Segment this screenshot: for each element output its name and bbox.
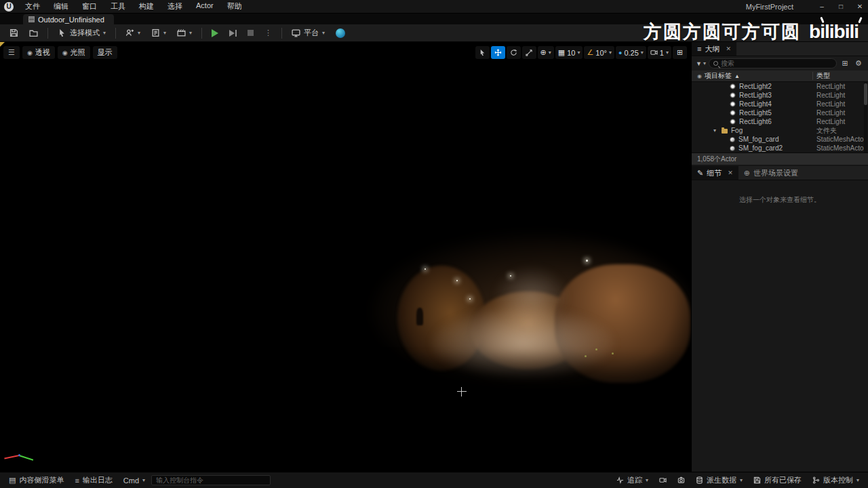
menu-item-2[interactable]: 窗口 [76,0,103,13]
menu-item-1[interactable]: 编辑 [47,0,75,13]
cmd-dropdown[interactable]: Cmd ▾ [119,474,150,487]
outliner-scrollbar[interactable] [864,82,867,152]
save-icon [753,476,761,484]
camera-speed-value: 1 [660,49,664,57]
rotate-tool-button[interactable] [507,46,521,59]
snapping-dropdown[interactable]: ⊕ ▾ [538,46,554,59]
filter-dropdown[interactable]: ▼ ▾ [696,60,706,67]
rotate-icon [510,49,517,56]
move-tool-button[interactable] [491,46,505,59]
outliner-row[interactable]: RectLight3RectLight [692,91,868,100]
close-button[interactable]: ✕ [852,1,868,13]
play-icon [212,29,218,37]
content-drawer-button[interactable]: ▤ 内容侧滑菜单 [4,474,68,487]
menu-item-5[interactable]: 选择 [161,0,189,13]
select-mode-dropdown[interactable]: 选择模式 ▾ [54,26,110,40]
add-actor-dropdown[interactable]: ▾ [121,26,144,40]
outliner-row[interactable]: SM_fog_cardStaticMeshActo [692,135,868,144]
scale-snap-control[interactable]: ● 0.25 ▾ [616,46,646,59]
show-dropdown[interactable]: 显示 [93,46,117,59]
save-status-button[interactable]: 所有已保存 [749,474,806,487]
branch-icon [812,476,820,484]
chevron-down-icon: ▾ [703,60,706,66]
rotation-snap-control[interactable]: ∠ 10° ▾ [584,46,614,59]
video-camera-icon [659,476,667,484]
asset-tab-outdoor-unfinished[interactable]: Outdoor_Unfinished [23,14,114,24]
outliner-row[interactable]: RectLight4RectLight [692,100,868,108]
revision-control-dropdown[interactable]: 版本控制 ▾ [808,474,864,487]
level-viewport[interactable]: ☰ ◉ 透视 ◉ 光照 显示 [0,42,691,472]
row-label: RectLight2 [739,83,772,90]
minimize-button[interactable]: – [814,1,830,13]
menu-item-3[interactable]: 工具 [104,0,132,13]
scene-light-point [456,280,458,281]
chevron-down-icon: ▾ [138,30,140,36]
blueprints-dropdown[interactable]: ▾ [147,26,170,40]
save-button[interactable] [5,26,22,40]
select-tool-button[interactable] [475,46,490,59]
menu-item-7[interactable]: 帮助 [221,0,248,13]
outliner-row[interactable]: SM_fog_card2StaticMeshActo [692,144,868,152]
row-label: RectLight4 [739,100,772,108]
menu-item-6[interactable]: Actor [190,0,220,13]
expander-icon[interactable]: ▾ [713,127,722,134]
outliner-row[interactable]: RectLight5RectLight [692,108,868,117]
search-input[interactable] [721,60,832,67]
trace-dropdown[interactable]: 追踪 ▾ [612,474,653,487]
outliner-search[interactable] [709,58,837,68]
column-item-label[interactable]: 项目标签 [705,71,732,81]
play-options-button[interactable]: ⋮ [260,26,276,40]
visibility-eye-icon[interactable]: ◉ [697,73,702,79]
cinematics-dropdown[interactable]: ▾ [173,26,196,40]
viewport-controls-left: ☰ ◉ 透视 ◉ 光照 显示 [3,46,117,59]
perspective-dropdown[interactable]: ◉ 透视 [22,46,55,59]
output-log-button[interactable]: ≡ 输出日志 [70,474,117,487]
screenshot-button[interactable] [673,474,690,487]
asset-tab-bar: Outdoor_Unfinished [0,14,868,24]
sort-ascending-icon[interactable]: ▲ [734,73,740,79]
outliner-tab-label: 大纲 [705,44,719,54]
perspective-label: 透视 [35,47,50,58]
axis-gizmo [5,446,35,464]
x-axis-icon [4,455,19,460]
viewport-options-button[interactable]: ☰ [3,46,20,59]
platform-dropdown[interactable]: 平台 ▾ [288,26,329,40]
outliner-row[interactable]: RectLight6RectLight [692,117,868,126]
outliner-settings-button[interactable]: ⚙ [853,58,864,69]
menu-item-0[interactable]: 文件 [19,0,46,13]
scrollbar-thumb[interactable] [864,83,867,105]
maximize-button[interactable]: □ [833,1,849,13]
grid-snap-control[interactable]: ▦ 10 ▾ [555,46,583,59]
play-button[interactable] [208,26,222,40]
tab-outliner[interactable]: ≡ 大纲 ✕ [692,42,736,56]
tab-world-settings[interactable]: ⊕ 世界场景设置 [738,166,804,180]
close-icon[interactable]: ✕ [726,45,731,52]
cmd-label: Cmd [123,476,139,485]
view-mode-dropdown[interactable]: ◉ 光照 [58,46,90,59]
add-folder-button[interactable]: ⊞ [840,58,850,69]
tab-details[interactable]: ✎ 细节 ✕ [692,166,738,180]
content-browser-button[interactable] [25,26,42,40]
column-type-label[interactable]: 类型 [816,71,830,81]
stop-button[interactable] [243,26,258,40]
console-command-input[interactable] [151,475,271,485]
funnel-icon: ▼ [696,60,702,67]
derived-data-dropdown[interactable]: 派生数据 ▾ [691,474,747,487]
maximize-viewport-button[interactable]: ⊞ [673,46,687,59]
menu-item-4[interactable]: 构建 [133,0,160,13]
unreal-logo-icon[interactable]: U [4,2,14,12]
scale-snap-value: 0.25 [624,49,638,57]
scale-tool-button[interactable] [522,46,536,59]
skip-button[interactable] [225,26,241,40]
cursor-icon [479,49,486,56]
lit-icon: ◉ [62,49,68,56]
outliner-column-header[interactable]: ◉ 项目标签 ▲ 类型 [692,70,868,82]
settings-icon [336,28,345,38]
camera-speed-control[interactable]: 1 ▾ [648,46,671,59]
outliner-row[interactable]: ▾Fog文件夹 [692,126,868,135]
project-settings-button[interactable] [332,26,349,40]
insights-button[interactable] [654,474,671,487]
close-icon[interactable]: ✕ [728,169,733,176]
outliner-row[interactable]: RectLight2RectLight [692,82,868,91]
scene-grass [595,348,597,350]
